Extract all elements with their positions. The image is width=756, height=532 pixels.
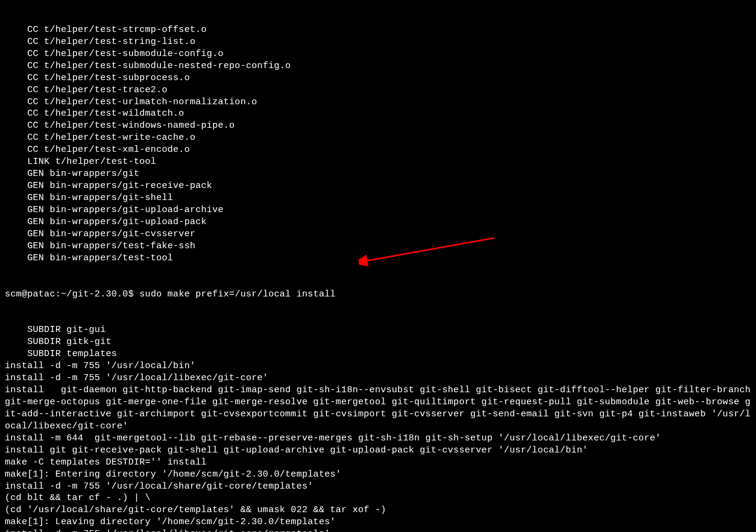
terminal-line: install -d -m 755 '/usr/local/share/git-… [5, 481, 751, 493]
terminal-line: CC t/helper/test-write-cache.o [5, 132, 751, 144]
terminal-line: make[1]: Leaving directory '/home/scm/gi… [5, 516, 751, 528]
terminal-line: make[1]: Entering directory '/home/scm/g… [5, 469, 751, 481]
terminal-line: LINK t/helper/test-tool [5, 156, 751, 168]
terminal-line: install git git-receive-pack git-shell g… [5, 445, 751, 457]
terminal-line: CC t/helper/test-string-list.o [5, 36, 751, 48]
terminal-line: GEN bin-wrappers/git-receive-pack [5, 180, 751, 192]
terminal-line: (cd blt && tar cf - .) | \ [5, 492, 751, 504]
prompt-command: sudo make prefix=/usr/local install [139, 289, 336, 299]
terminal-line: install git-daemon git-http-backend git-… [5, 384, 751, 433]
terminal-line: install -d -m 755 '/usr/local/libexec/gi… [5, 372, 751, 384]
terminal-line: (cd '/usr/local/share/git-core/templates… [5, 504, 751, 516]
terminal-line: CC t/helper/test-trace2.o [5, 84, 751, 96]
terminal-line: GEN bin-wrappers/test-tool [5, 252, 751, 264]
terminal-line: GEN bin-wrappers/git-upload-archive [5, 204, 751, 216]
terminal-line: CC t/helper/test-windows-named-pipe.o [5, 120, 751, 132]
terminal-line: CC t/helper/test-submodule-config.o [5, 48, 751, 60]
terminal-line: CC t/helper/test-xml-encode.o [5, 144, 751, 156]
terminal-line: SUBDIR git-gui [5, 324, 751, 336]
terminal-line: install -m 644 git-mergetool--lib git-re… [5, 433, 751, 445]
terminal-line: CC t/helper/test-wildmatch.o [5, 108, 751, 120]
prompt-user-host: scm@patac [5, 289, 55, 299]
terminal-line: SUBDIR templates [5, 348, 751, 360]
terminal-output[interactable]: CC t/helper/test-strcmp-offset.o CC t/he… [0, 0, 756, 532]
terminal-line: GEN bin-wrappers/git-upload-pack [5, 216, 751, 228]
terminal-line: CC t/helper/test-subprocess.o [5, 72, 751, 84]
terminal-line: GEN bin-wrappers/test-fake-ssh [5, 240, 751, 252]
terminal-line: install -d -m 755 '/usr/local/bin' [5, 360, 751, 372]
terminal-line: CC t/helper/test-strcmp-offset.o [5, 24, 751, 36]
terminal-line: install -d -m 755 '/usr/local/libexec/gi… [5, 528, 751, 532]
prompt-symbol: $ [128, 289, 134, 299]
command-prompt-line: scm@patac:~/git-2.30.0$ sudo make prefix… [5, 289, 751, 301]
terminal-line: SUBDIR gitk-git [5, 336, 751, 348]
terminal-line: GEN bin-wrappers/git-cvsserver [5, 228, 751, 240]
terminal-line: CC t/helper/test-submodule-nested-repo-c… [5, 60, 751, 72]
terminal-line: CC t/helper/test-urlmatch-normalization.… [5, 96, 751, 108]
terminal-line: GEN bin-wrappers/git [5, 168, 751, 180]
terminal-line: GEN bin-wrappers/git-shell [5, 192, 751, 204]
terminal-line: make -C templates DESTDIR='' install [5, 457, 751, 469]
prompt-path: ~/git-2.30.0 [61, 289, 128, 299]
